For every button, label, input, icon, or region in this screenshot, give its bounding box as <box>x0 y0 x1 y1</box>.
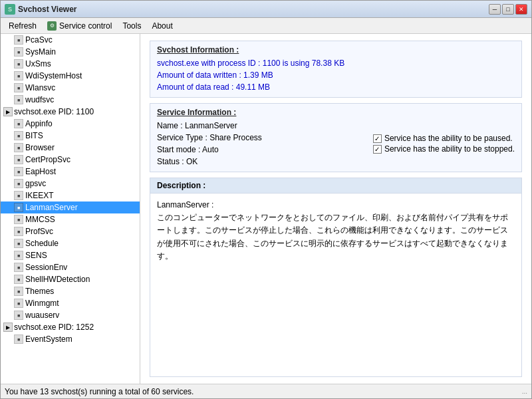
service-icon: ■ <box>14 59 23 68</box>
group-icon: ▶ <box>3 323 13 332</box>
close-button[interactable]: ✕ <box>515 4 527 15</box>
tree-item[interactable]: ■PcaSvc <box>1 34 140 46</box>
tree-item-label: CertPropSvc <box>25 155 70 164</box>
maximize-button[interactable]: □ <box>502 4 514 15</box>
service-icon: ■ <box>14 167 23 176</box>
group-icon: ▶ <box>3 107 13 116</box>
service-icon: ■ <box>14 95 23 104</box>
service-icon: ■ <box>14 35 23 45</box>
tree-item-label: svchsot.exe PID: 1252 <box>14 323 94 332</box>
tree-item[interactable]: ■Themes <box>1 285 140 297</box>
tree-item-label: ProfSvc <box>25 227 53 236</box>
tree-item-label: wuauserv <box>25 311 59 320</box>
service-icon: ■ <box>14 119 23 128</box>
tree-item[interactable]: ■LanmanServer <box>1 201 140 213</box>
service-icon: ■ <box>14 299 23 308</box>
content-area: ■PcaSvc■SysMain■UxSms■WdiSystemHost■Wlan… <box>1 34 531 384</box>
description-service-name: LanmanServer : <box>157 199 515 211</box>
tree-item[interactable]: ■ShellHWDetection <box>1 273 140 285</box>
tree-item[interactable]: ■IKEEXT <box>1 190 140 201</box>
service-icon: ■ <box>14 275 23 284</box>
menu-refresh-label: Refresh <box>9 21 37 31</box>
tree-item[interactable]: ■EapHost <box>1 166 140 178</box>
tree-item[interactable]: ■WdiSystemHost <box>1 70 140 82</box>
service-icon: ■ <box>14 155 23 164</box>
tree-item-label: gpsvc <box>25 179 46 188</box>
service-name: Name : LanmanServer <box>157 120 362 132</box>
service-icon: ■ <box>14 203 23 212</box>
tree-item-label: Winmgmt <box>25 299 59 308</box>
svchost-info-title: Svchost Information : <box>157 45 515 55</box>
pause-label: Service has the ability to be paused. <box>384 134 513 143</box>
service-icon: ■ <box>14 143 23 152</box>
tree-item[interactable]: ▶svchsot.exe PID: 1100 <box>1 106 140 118</box>
tree-item-label: svchsot.exe PID: 1100 <box>14 107 94 116</box>
menu-refresh[interactable]: Refresh <box>3 19 42 33</box>
tree-item[interactable]: ■Winmgmt <box>1 297 140 309</box>
app-icon: S <box>5 4 15 15</box>
service-icon: ■ <box>14 47 23 57</box>
tree-item[interactable]: ■Appinfo <box>1 118 140 130</box>
description-section: Description : LanmanServer : このコンピューターでネ… <box>150 178 522 377</box>
description-header: Description : <box>150 178 521 194</box>
tree-item-label: PcaSvc <box>25 35 53 45</box>
menu-service-control[interactable]: ⚙ Service control <box>42 19 117 33</box>
menu-about[interactable]: About <box>146 19 178 33</box>
tree-item[interactable]: ■Schedule <box>1 237 140 249</box>
tree-item-label: wudfsvc <box>25 95 54 104</box>
pause-checkbox[interactable]: ✓ <box>373 134 382 143</box>
tree-item[interactable]: ■SENS <box>1 249 140 261</box>
tree-item[interactable]: ■ProfSvc <box>1 225 140 237</box>
tree-item[interactable]: ■CertPropSvc <box>1 154 140 166</box>
tree-item[interactable]: ■Wlansvc <box>1 82 140 94</box>
title-bar: S Svchost Viewer ─ □ ✕ <box>1 1 531 18</box>
tree-item-label: SessionEnv <box>25 263 67 272</box>
stop-label: Service has the ability to be stopped. <box>384 144 515 154</box>
menu-service-control-label: Service control <box>59 21 112 31</box>
tree-item[interactable]: ■SessionEnv <box>1 261 140 273</box>
tree-item-label: ShellHWDetection <box>25 275 90 284</box>
menu-about-label: About <box>152 21 172 31</box>
tree-item-label: WdiSystemHost <box>25 71 82 80</box>
service-status: Status : OK <box>157 156 362 168</box>
svchost-pid-info: svchost.exe with process ID : 1100 is us… <box>157 57 515 69</box>
stop-checkbox[interactable]: ✓ <box>373 145 382 154</box>
title-controls: ─ □ ✕ <box>489 4 527 15</box>
tree-item-label: BITS <box>25 131 43 140</box>
service-icon: ■ <box>14 191 23 200</box>
tree-item[interactable]: ■gpsvc <box>1 178 140 190</box>
tree-item[interactable]: ■EventSystem <box>1 333 140 345</box>
tree-item[interactable]: ■MMCSS <box>1 213 140 225</box>
service-icon: ■ <box>14 251 23 260</box>
main-window: S Svchost Viewer ─ □ ✕ Refresh ⚙ Service… <box>0 0 532 399</box>
tree-item[interactable]: ■UxSms <box>1 58 140 70</box>
tree-item-label: LanmanServer <box>25 203 78 212</box>
minimize-button[interactable]: ─ <box>489 4 501 15</box>
tree-item-label: Themes <box>25 287 54 296</box>
service-info-right: ✓ Service has the ability to be paused. … <box>373 120 515 168</box>
service-icon: ■ <box>14 215 23 224</box>
service-info-section: Service Information : Name : LanmanServe… <box>150 103 522 172</box>
tree-item[interactable]: ■wuauserv <box>1 309 140 321</box>
svchost-info-section: Svchost Information : svchost.exe with p… <box>150 41 522 98</box>
tree-item-label: IKEEXT <box>25 191 54 200</box>
status-dots: ... <box>522 388 527 395</box>
tree-item-label: EventSystem <box>25 334 72 344</box>
tree-item[interactable]: ■Browser <box>1 142 140 154</box>
tree-item[interactable]: ■BITS <box>1 130 140 142</box>
menu-tools[interactable]: Tools <box>117 19 146 33</box>
window-title: Svchost Viewer <box>18 5 489 14</box>
checkbox-pause: ✓ Service has the ability to be paused. <box>373 134 515 143</box>
svchost-data-written: Amount of data written : 1.39 MB <box>157 69 515 81</box>
description-text: このコンピューターでネットワークをとおしてのファイル、印刷、および名前付パイプ共… <box>157 211 515 263</box>
menu-bar: Refresh ⚙ Service control Tools About <box>1 18 531 34</box>
service-icon: ■ <box>14 131 23 140</box>
tree-item[interactable]: ■SysMain <box>1 46 140 58</box>
tree-item[interactable]: ▶svchsot.exe PID: 1252 <box>1 321 140 333</box>
tree-item-label: MMCSS <box>25 215 55 224</box>
service-icon: ■ <box>14 334 23 344</box>
right-panel: Svchost Information : svchost.exe with p… <box>140 34 531 384</box>
tree-item[interactable]: ■wudfsvc <box>1 94 140 106</box>
status-text: You have 13 svchost(s) running a total o… <box>5 387 194 396</box>
service-icon: ■ <box>14 287 23 296</box>
